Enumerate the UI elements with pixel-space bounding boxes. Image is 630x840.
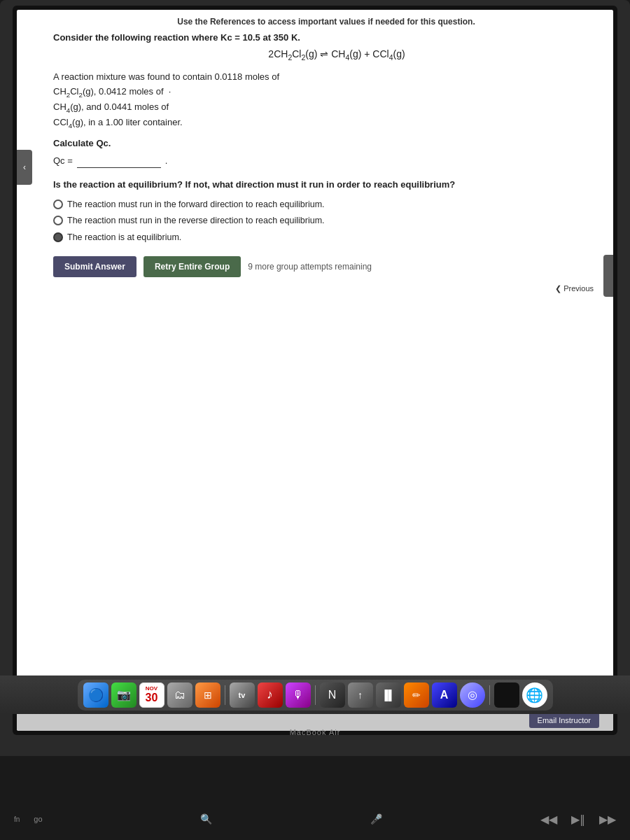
dock-item-upload[interactable]: ↑	[348, 682, 373, 708]
fn-label: fn	[14, 816, 20, 823]
attempts-remaining: 9 more group attempts remaining	[248, 262, 372, 272]
macbook-label: MacBook Air	[0, 728, 630, 736]
dock-item-tv[interactable]: tv	[230, 682, 255, 708]
dock-item-safari[interactable]: ◎	[460, 682, 485, 708]
dock-item-facetime[interactable]: 📷	[111, 682, 136, 708]
previous-link[interactable]: ❮ Previous	[555, 284, 594, 293]
play-pause-button[interactable]: ▶‖	[571, 813, 585, 826]
action-buttons-row: Submit Answer Retry Entire Group 9 more …	[53, 256, 599, 277]
media-controls: ◀◀ ▶‖ ▶▶	[540, 813, 616, 826]
dock-item-calendar[interactable]: NOV 30	[139, 682, 164, 708]
dock-bar: 🔵 📷 NOV 30 🗂 ⊞ tv	[0, 676, 630, 714]
dock: 🔵 📷 NOV 30 🗂 ⊞ tv	[78, 680, 553, 710]
keyboard-mic[interactable]: 🎤	[370, 813, 382, 825]
content-area: Use the References to access important v…	[32, 10, 613, 684]
qc-input-row: Qc = .	[53, 153, 599, 168]
bottom-keyboard-bar: fn go 🔍 🎤 ◀◀ ▶‖ ▶▶	[0, 798, 630, 840]
dock-item-notification[interactable]: N	[320, 682, 345, 708]
qc-label: Qc =	[53, 155, 73, 166]
consider-line: Consider the following reaction where Kc…	[53, 32, 599, 43]
go-label: go	[34, 815, 42, 823]
dock-item-launchpad[interactable]: ⊞	[195, 682, 220, 708]
dock-item-music[interactable]: ♪	[258, 682, 283, 708]
radio-label-3: The reaction is at equilibrium.	[67, 232, 181, 244]
chevron-left-icon: ❮	[555, 284, 561, 293]
previous-area: ❮ Previous	[53, 284, 599, 293]
chrome-icon: 🌐	[526, 687, 543, 704]
qc-input[interactable]	[77, 153, 161, 168]
dock-item-black[interactable]	[494, 682, 519, 708]
radio-circle-1[interactable]	[53, 200, 63, 209]
submit-answer-button[interactable]: Submit Answer	[53, 256, 136, 277]
dock-item-font[interactable]: A	[432, 682, 457, 708]
retry-entire-group-button[interactable]: Retry Entire Group	[144, 256, 241, 277]
dock-divider-3	[489, 685, 490, 705]
dock-item-files[interactable]: 🗂	[167, 682, 192, 708]
forward-button[interactable]: ▶▶	[599, 813, 616, 826]
calendar-month: NOV	[146, 685, 158, 692]
laptop-body: ‹ Use the References to access important…	[0, 0, 630, 756]
notification-icon: N	[328, 689, 337, 701]
chevron-left-icon: ‹	[23, 162, 26, 172]
upload-icon: ↑	[358, 690, 363, 701]
finder-icon: 🔵	[88, 687, 104, 703]
keyboard-search[interactable]: 🔍	[200, 813, 212, 825]
radio-circle-3[interactable]	[53, 232, 63, 242]
facetime-icon: 📷	[117, 688, 131, 701]
problem-description: A reaction mixture was found to contain …	[53, 70, 599, 131]
calendar-date: 30	[146, 692, 158, 704]
screen-content: ‹ Use the References to access important…	[17, 10, 613, 731]
dock-divider	[225, 685, 225, 705]
dock-item-chrome[interactable]: 🌐	[522, 682, 547, 708]
screen-bezel: ‹ Use the References to access important…	[13, 6, 617, 735]
right-sidebar-indicator	[603, 255, 613, 297]
dock-item-sketch[interactable]: ✏	[404, 682, 429, 708]
dock-item-finder[interactable]: 🔵	[83, 682, 108, 708]
calculate-qc-label: Calculate Qc.	[53, 138, 599, 148]
sidebar-collapse-button[interactable]: ‹	[17, 150, 32, 185]
music-icon: ♪	[267, 687, 273, 702]
dock-divider-2	[315, 685, 316, 705]
previous-label: Previous	[564, 284, 594, 293]
qc-dot: .	[165, 155, 168, 166]
stats-icon: ▐▌	[382, 690, 396, 701]
reference-line: Use the References to access important v…	[53, 17, 599, 27]
tv-icon: tv	[239, 691, 246, 699]
radio-option-2[interactable]: The reaction must run in the reverse dir…	[53, 215, 599, 227]
back-button[interactable]: ◀◀	[540, 813, 557, 826]
radio-label-1: The reaction must run in the forward dir…	[67, 199, 325, 211]
radio-option-1[interactable]: The reaction must run in the forward dir…	[53, 199, 599, 211]
sketch-icon: ✏	[412, 690, 421, 701]
font-icon: A	[440, 689, 449, 701]
radio-label-2: The reaction must run in the reverse dir…	[67, 215, 325, 227]
podcast-icon: 🎙	[293, 689, 304, 701]
chemical-equation: 2CH2Cl2(g) ⇌ CH4(g) + CCl4(g)	[74, 48, 599, 62]
equilibrium-question: Is the reaction at equilibrium? If not, …	[53, 178, 599, 192]
dock-item-stats[interactable]: ▐▌	[376, 682, 401, 708]
keyboard-left: fn go	[14, 815, 43, 823]
radio-circle-2[interactable]	[53, 216, 63, 225]
safari-icon: ◎	[468, 688, 477, 701]
files-icon: 🗂	[174, 689, 186, 701]
radio-option-3[interactable]: The reaction is at equilibrium.	[53, 232, 599, 244]
page-area: ‹ Use the References to access important…	[17, 10, 613, 731]
dock-item-podcast[interactable]: 🎙	[286, 682, 311, 708]
launchpad-icon: ⊞	[204, 690, 212, 701]
email-instructor-button[interactable]: Email Instructor	[529, 713, 599, 728]
